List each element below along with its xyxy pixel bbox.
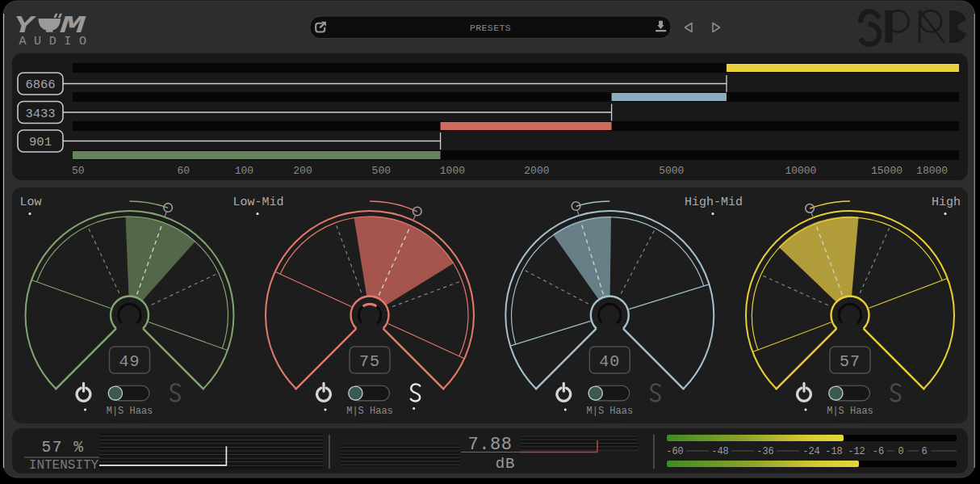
svg-text:60: 60 xyxy=(177,165,190,177)
svg-text:Low: Low xyxy=(19,196,41,209)
svg-text:dB: dB xyxy=(496,455,515,473)
svg-text:200: 200 xyxy=(293,165,312,177)
svg-text:M|S Haas: M|S Haas xyxy=(586,406,633,417)
svg-text:Low-Mid: Low-Mid xyxy=(232,196,283,209)
svg-text:15000: 15000 xyxy=(871,165,903,177)
svg-text:-24: -24 xyxy=(802,446,820,457)
svg-text:10000: 10000 xyxy=(785,165,816,177)
svg-text:M|S Haas: M|S Haas xyxy=(346,406,393,417)
svg-text:57: 57 xyxy=(840,352,861,371)
svg-text:-60: -60 xyxy=(666,446,684,457)
svg-text:-12: -12 xyxy=(848,446,865,457)
svg-text:500: 500 xyxy=(372,165,391,177)
svg-text:0: 0 xyxy=(898,446,903,457)
svg-text:18000: 18000 xyxy=(916,165,948,177)
svg-text:1000: 1000 xyxy=(440,165,465,177)
svg-text:-6: -6 xyxy=(873,446,884,457)
svg-text:49: 49 xyxy=(119,352,140,371)
svg-text:-48: -48 xyxy=(711,446,729,457)
svg-text:M|S Haas: M|S Haas xyxy=(107,406,153,417)
svg-text:2000: 2000 xyxy=(524,165,549,177)
svg-text:High: High xyxy=(932,196,961,209)
svg-text:-36: -36 xyxy=(756,446,774,457)
svg-text:PRESETS: PRESETS xyxy=(470,23,511,33)
svg-text:-18: -18 xyxy=(825,446,843,457)
svg-text:75: 75 xyxy=(359,352,380,371)
svg-text:57 %: 57 % xyxy=(42,439,85,457)
svg-text:INTENSITY: INTENSITY xyxy=(29,458,99,473)
svg-text:5000: 5000 xyxy=(659,165,684,177)
svg-text:6: 6 xyxy=(921,446,927,457)
svg-text:6866: 6866 xyxy=(25,78,55,92)
svg-text:M|S Haas: M|S Haas xyxy=(827,406,873,417)
svg-text:100: 100 xyxy=(235,165,253,177)
svg-text:50: 50 xyxy=(72,165,85,177)
svg-text:High-Mid: High-Mid xyxy=(685,196,743,209)
svg-text:901: 901 xyxy=(29,135,52,149)
svg-text:3433: 3433 xyxy=(25,107,55,121)
svg-text:40: 40 xyxy=(599,352,620,371)
svg-text:AUDIO: AUDIO xyxy=(19,35,94,48)
